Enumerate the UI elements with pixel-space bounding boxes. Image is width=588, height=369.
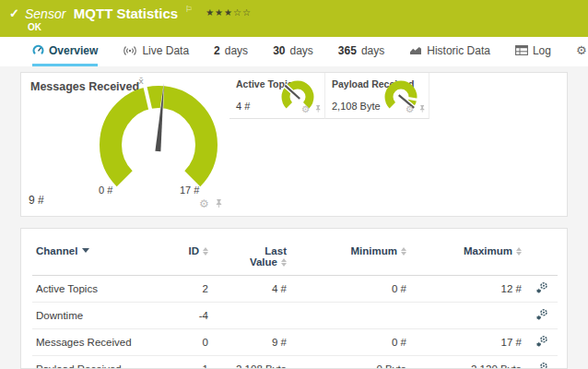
gauges-section: Messages Received x̄ 0 # 17 # 9 # ⚙ [20,72,568,217]
channel-name[interactable]: Messages Received [32,329,171,356]
channel-table-section: Channel ID LastValue Minimum Maximum Act… [20,228,568,369]
average-marker-notch [408,98,417,100]
sort-icon [401,247,406,256]
gauge-current-value: 4 # [236,101,250,112]
sort-icon [203,247,208,256]
sort-icon [281,258,287,267]
col-header-channel[interactable]: Channel [32,244,171,276]
log-table-icon [515,45,528,55]
gauge-current-value: 9 # [29,194,44,207]
col-header-minimum[interactable]: Minimum [290,244,410,276]
average-marker-label: x̄ [138,76,144,86]
pin-icon[interactable] [215,196,223,212]
page-title: MQTT Statistics [74,6,178,21]
sort-desc-icon [82,248,89,253]
channel-id: 1 [171,356,212,369]
gauge-current-value: 2,108 Byte [332,101,381,112]
channel-minimum: 0 # [290,276,410,303]
channel-minimum: 0 # [290,329,410,356]
channel-name[interactable]: Downtime [32,303,171,329]
channel-id: 2 [171,276,212,303]
col-header-settings [525,244,558,276]
tab-settings[interactable]: ⚙ Settings [576,37,588,66]
live-signal-icon [123,45,137,56]
gear-icon: ⚙ [576,43,587,57]
tab-live-data[interactable]: Live Data [123,37,189,66]
table-row: Messages Received 0 9 # 0 # 17 # [32,329,558,356]
flag-icon[interactable]: ⚐ [185,5,193,14]
breadcrumb-sensor: Sensor [25,6,65,21]
gauge-panel-tools: ⚙ [199,196,223,212]
channel-name[interactable]: Active Topics [32,276,171,303]
col-header-last-value[interactable]: LastValue [212,244,290,276]
tab-log[interactable]: Log [515,37,551,66]
channel-minimum [290,303,410,329]
channel-settings-button[interactable] [525,329,558,356]
gear-icon[interactable]: ⚙ [301,103,310,114]
channel-id: -4 [171,303,212,329]
channel-last-value: 4 # [212,276,290,303]
tab-30-days[interactable]: 30 days [273,37,313,66]
channel-id: 0 [171,329,212,356]
table-row: Downtime -4 [32,303,558,329]
gauge-panel-tools: ⚙ [406,102,426,116]
channel-name[interactable]: Payload Received [32,356,171,369]
channel-last-value: 2,108 Byte [212,356,290,369]
channel-minimum: 0 Byte [290,356,410,369]
channel-settings-button[interactable] [525,276,558,303]
gauge-scale-min: 0 # [99,184,112,196]
channel-last-value [212,303,290,329]
sensor-header: ✓ Sensor MQTT Statistics ⚐ ★★★☆☆ OK [0,0,588,37]
col-header-maximum[interactable]: Maximum [410,244,525,276]
tab-overview[interactable]: Overview [32,37,98,66]
sort-icon [516,247,522,256]
gauge-panel-tools: ⚙ [301,102,322,116]
channel-maximum: 12 # [410,276,525,303]
table-row: Payload Received 1 2,108 Byte 0 Byte 2,1… [32,356,558,369]
prtg-sensor-page: ✓ Sensor MQTT Statistics ⚐ ★★★☆☆ OK Over… [0,0,588,369]
status-check-icon: ✓ [9,6,19,20]
channel-maximum: 17 # [410,329,525,356]
gear-icon[interactable]: ⚙ [199,197,209,210]
area-chart-icon [409,45,422,55]
status-badge: OK [28,22,41,32]
channel-maximum: 2,120 Byte [410,356,525,369]
channel-table: Channel ID LastValue Minimum Maximum Act… [32,244,558,369]
pin-icon[interactable] [418,102,426,116]
table-row: Active Topics 2 4 # 0 # 12 # [32,276,558,303]
tab-bar: Overview Live Data 2 days 30 days 365 da… [0,37,588,66]
channel-settings-button[interactable] [525,356,558,369]
payload-received-gauge-panel: Payload Received 2,108 Byte ⚙ [325,73,429,119]
channel-last-value: 9 # [212,329,290,356]
tab-historic-data[interactable]: Historic Data [409,37,490,66]
tab-365-days[interactable]: 365 days [338,37,384,66]
gauge-icon [32,44,44,56]
pin-icon[interactable] [314,102,322,116]
tab-2-days[interactable]: 2 days [214,37,248,66]
gear-icon[interactable]: ⚙ [406,103,414,114]
col-header-id[interactable]: ID [171,244,212,276]
channel-maximum [410,303,525,329]
priority-stars[interactable]: ★★★☆☆ [206,7,252,18]
channel-settings-button[interactable] [525,303,558,329]
active-topics-gauge-panel: Active Topics 4 # ⚙ [229,73,325,119]
gauge-scale-max: 17 # [180,184,199,196]
